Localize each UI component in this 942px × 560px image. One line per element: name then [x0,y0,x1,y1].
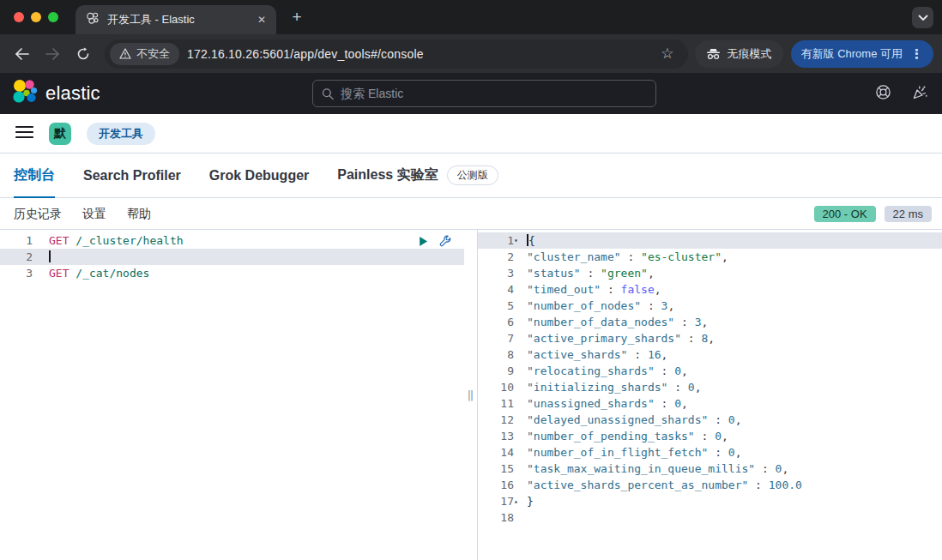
code-text: "number_of_nodes" : 3, [521,298,674,314]
line-number: 14 [478,444,521,461]
global-search-input[interactable] [341,87,647,100]
line-number: 12 [478,412,521,428]
devtools-tabs: 控制台Search ProfilerGrok DebuggerPainless … [0,154,942,198]
status-badge: 200 - OK [814,206,876,222]
response-line[interactable]: 5"number_of_nodes" : 3, [478,298,942,314]
search-icon [322,87,334,100]
response-line[interactable]: 13"number_of_pending_tasks" : 0, [478,428,942,444]
site-security-chip[interactable]: 不安全 [110,43,179,65]
brand-name: elastic [45,82,100,105]
response-line[interactable]: 18 [478,509,942,526]
space-avatar[interactable]: 默 [49,123,71,145]
line-number: 5 [478,298,521,314]
editor-line[interactable]: 3GET /_cat/nodes [0,265,464,281]
bookmark-star-icon[interactable]: ☆ [659,45,675,63]
tab-search-profiler[interactable]: Search Profiler [83,154,181,197]
browser-tab[interactable]: 开发工具 - Elastic ✕ [75,5,276,34]
new-tab-button[interactable]: + [287,8,307,28]
menu-hamburger-icon[interactable] [15,125,33,142]
response-viewer[interactable]: 1▾{2"cluster_name" : "es-cluster",3"stat… [477,230,942,560]
response-line[interactable]: 11"unassigned_shards" : 0, [478,395,942,412]
fold-toggle-icon[interactable]: ▾ [514,232,522,249]
back-button[interactable] [9,41,34,67]
tab-close-icon[interactable]: ✕ [257,14,266,26]
line-number: 6 [478,314,521,330]
browser-menu-icon[interactable]: ⋮ [910,46,923,62]
response-line[interactable]: 7"active_primary_shards" : 8, [478,330,942,346]
code-text [43,249,51,265]
line-number: 13 [478,428,521,444]
response-line[interactable]: 4"timed_out" : false, [478,281,942,298]
wrench-icon[interactable] [438,234,452,250]
response-line[interactable]: 6"number_of_data_nodes" : 3, [478,314,942,330]
console-menu-item[interactable]: 帮助 [127,207,151,220]
response-line[interactable]: 2"cluster_name" : "es-cluster", [478,249,942,265]
elastic-logo[interactable] [12,79,38,108]
console-toolbar: 历史记录设置帮助 200 - OK 22 ms [0,198,942,229]
response-line[interactable]: 9"relocating_shards" : 0, [478,363,942,379]
request-editor[interactable]: 1GET /_cluster/health23GET /_cat/nodes [0,230,464,560]
response-line[interactable]: 17▴} [478,493,942,509]
breadcrumb[interactable]: 开发工具 [87,123,155,145]
tab-控制台[interactable]: 控制台 [14,154,55,197]
tab-painless-实验室[interactable]: Painless 实验室公测版 [337,154,498,197]
response-line[interactable]: 10"initializing_shards" : 0, [478,379,942,395]
kibana-nav-bar: 默 开发工具 [0,114,942,154]
address-bar[interactable]: 不安全 172.16.10.26:5601/app/dev_tools#/con… [105,39,688,69]
response-line[interactable]: 16"active_shards_percent_as_number" : 10… [478,477,942,493]
incognito-badge: 无痕模式 [695,40,783,68]
response-line[interactable]: 15"task_max_waiting_in_queue_millis" : 0… [478,461,942,477]
response-line[interactable]: 12"delayed_unassigned_shards" : 0, [478,412,942,428]
code-text: "unassigned_shards" : 0, [521,395,688,412]
response-line[interactable]: 3"status" : "green", [478,265,942,281]
code-text: "relocating_shards" : 0, [521,363,688,379]
line-number: 15 [478,461,521,477]
zoom-window-button[interactable] [48,12,58,22]
tab-label: Grok Debugger [209,168,309,184]
help-icon[interactable] [875,84,891,104]
line-number: 2 [0,249,43,265]
console-body: 1GET /_cluster/health23GET /_cat/nodes ‖… [0,229,942,560]
response-line[interactable]: 1▾{ [478,232,942,249]
elastic-favicon [86,11,100,28]
line-number: 2 [478,249,521,265]
close-window-button[interactable] [14,12,24,22]
response-line[interactable]: 8"active_shards" : 16, [478,346,942,363]
minimize-window-button[interactable] [31,12,41,22]
console-menu-item[interactable]: 历史记录 [14,207,62,220]
line-number: 4 [478,281,521,298]
editor-line[interactable]: 2 [0,249,464,265]
line-number: 11 [478,395,521,412]
send-request-icon[interactable] [418,236,429,250]
browser-toolbar: 不安全 172.16.10.26:5601/app/dev_tools#/con… [0,34,942,73]
text-cursor [49,250,51,262]
fold-toggle-icon[interactable]: ▴ [514,493,522,509]
console-menu-item[interactable]: 设置 [82,207,106,220]
newsfeed-icon[interactable] [912,84,928,104]
panel-splitter[interactable]: ‖ [464,230,477,560]
code-text: "status" : "green", [521,265,655,281]
tab-overview-button[interactable] [912,7,933,28]
tab-label: Search Profiler [83,168,181,184]
forward-button[interactable] [39,41,65,67]
code-text: "cluster_name" : "es-cluster", [521,249,728,265]
warning-triangle-icon [119,48,131,59]
chrome-update-button[interactable]: 有新版 Chrome 可用 ⋮ [791,40,933,68]
code-text: "active_primary_shards" : 8, [521,330,715,346]
global-search-box[interactable] [312,80,656,107]
response-line[interactable]: 14"number_of_in_flight_fetch" : 0, [478,444,942,461]
security-label: 不安全 [136,46,170,62]
tab-grok-debugger[interactable]: Grok Debugger [209,154,309,197]
line-number: 3 [0,265,43,281]
url-text[interactable]: 172.16.10.26:5601/app/dev_tools#/console [187,47,651,61]
code-text: GET /_cluster/health [43,232,184,249]
code-text: "active_shards" : 16, [521,346,667,363]
code-text: "initializing_shards" : 0, [521,379,702,395]
line-number: 9 [478,363,521,379]
code-text: { [521,232,535,249]
beta-badge: 公测版 [447,166,498,185]
line-number: 16 [478,477,521,493]
reload-button[interactable] [70,41,96,67]
editor-line[interactable]: 1GET /_cluster/health [0,232,464,249]
code-text: "number_of_data_nodes" : 3, [521,314,708,330]
